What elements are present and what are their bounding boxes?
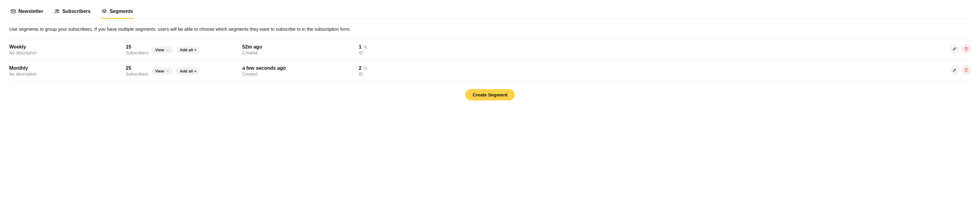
created-label: Created: [242, 50, 353, 55]
add-all-button[interactable]: Add all +: [176, 67, 200, 75]
help-text: Use segments to group your subscribers. …: [9, 26, 971, 32]
created-label: Created: [242, 72, 353, 77]
create-segment-wrap: Create Segment: [9, 89, 971, 100]
segment-name: Weekly: [9, 44, 119, 50]
id-label: ID: [359, 50, 368, 55]
edit-button[interactable]: [950, 44, 959, 53]
people-icon: [54, 9, 60, 14]
trash-icon: [964, 68, 968, 72]
create-segment-button[interactable]: Create Segment: [465, 89, 515, 100]
copy-icon[interactable]: [363, 45, 368, 49]
tab-label: Newsletter: [18, 9, 43, 14]
view-button[interactable]: View →: [151, 67, 173, 75]
created-time: 52m ago: [242, 44, 353, 50]
segment-description: No description: [9, 72, 119, 77]
id-label: ID: [359, 72, 368, 77]
segment-row: Weekly No description 15 Subscribers Vie…: [9, 39, 971, 61]
created-time: a few seconds ago: [242, 66, 353, 71]
copy-icon[interactable]: [363, 66, 368, 71]
svg-point-2: [58, 10, 59, 11]
segment-id: 1: [359, 44, 361, 50]
layers-icon: [102, 9, 107, 14]
mail-icon: [10, 9, 16, 14]
tab-newsletter[interactable]: Newsletter: [9, 6, 45, 19]
tabs-nav: Newsletter Subscribers Segments: [9, 6, 971, 19]
view-button[interactable]: View →: [151, 46, 173, 54]
tab-label: Segments: [110, 9, 133, 14]
pencil-icon: [952, 47, 957, 51]
add-all-button[interactable]: Add all +: [176, 46, 200, 54]
segment-description: No description: [9, 50, 119, 55]
tab-subscribers[interactable]: Subscribers: [53, 6, 92, 19]
edit-button[interactable]: [950, 66, 959, 75]
subscriber-count: 15: [126, 44, 148, 50]
segment-id: 2: [359, 66, 361, 71]
delete-button[interactable]: [962, 44, 971, 53]
tab-segments[interactable]: Segments: [100, 6, 134, 19]
segments-list: Weekly No description 15 Subscribers Vie…: [9, 39, 971, 82]
subscriber-label: Subscribers: [126, 72, 148, 77]
svg-point-1: [56, 10, 57, 11]
subscriber-label: Subscribers: [126, 50, 148, 55]
tab-label: Subscribers: [62, 9, 91, 14]
subscriber-count: 25: [126, 66, 148, 71]
trash-icon: [964, 47, 968, 51]
pencil-icon: [952, 68, 957, 72]
segment-name: Monthly: [9, 66, 119, 71]
delete-button[interactable]: [962, 66, 971, 75]
segment-row: Monthly No description 25 Subscribers Vi…: [9, 61, 971, 82]
